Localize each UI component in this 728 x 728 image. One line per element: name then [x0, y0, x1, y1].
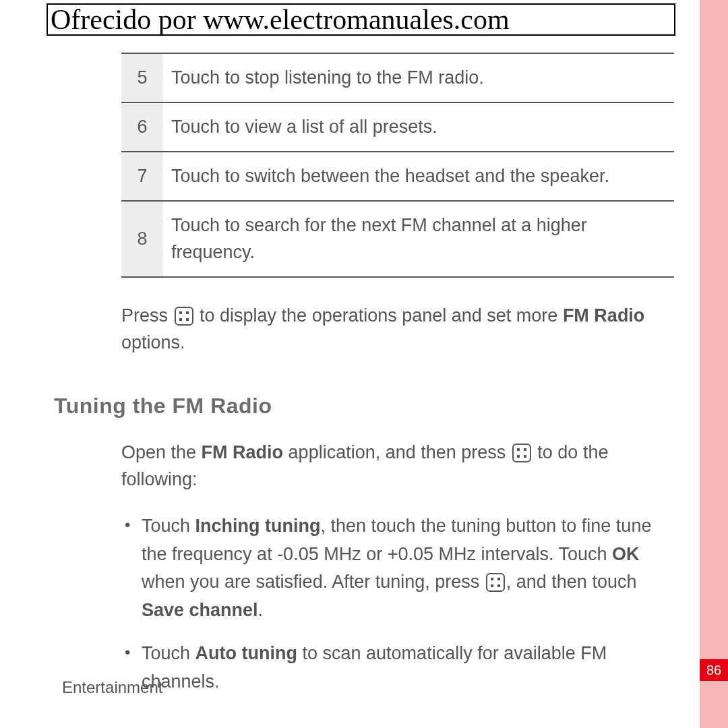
- menu-icon: [512, 444, 531, 462]
- bold-text: FM Radio: [563, 305, 645, 326]
- bold-text: FM Radio: [202, 442, 284, 462]
- table-row: 5 Touch to stop listening to the FM radi…: [121, 53, 674, 102]
- menu-icon: [175, 307, 193, 326]
- open-instruction: Open the FM Radio application, and then …: [121, 439, 674, 493]
- bold-text: Save channel: [142, 600, 258, 620]
- section-heading: Tuning the FM Radio: [54, 394, 674, 419]
- text: application, and then press: [283, 442, 511, 462]
- bold-text: Inching tuning: [195, 516, 321, 536]
- text: Touch: [142, 643, 195, 663]
- menu-icon: [486, 573, 505, 592]
- step-desc: Touch to switch between the headset and …: [163, 152, 674, 201]
- text: .: [258, 600, 264, 620]
- page-content: 5 Touch to stop listening to the FM radi…: [54, 53, 674, 696]
- text: when you are satisfied. After tuning, pr…: [142, 572, 485, 592]
- step-desc: Touch to view a list of all presets.: [163, 102, 674, 152]
- right-margin-stripe: [700, 0, 728, 728]
- list-item: Touch Auto tuning to scan automatically …: [121, 640, 674, 696]
- text: Press: [121, 305, 173, 326]
- page-number: 86: [700, 659, 728, 681]
- step-desc: Touch to stop listening to the FM radio.: [163, 53, 674, 102]
- bullet-list: Touch Inching tuning, then touch the tun…: [121, 512, 674, 696]
- bold-text: Auto tuning: [195, 643, 297, 663]
- text: options.: [121, 332, 185, 353]
- steps-table: 5 Touch to stop listening to the FM radi…: [121, 53, 674, 278]
- text: to display the operations panel and set …: [195, 305, 563, 326]
- table-row: 7 Touch to switch between the headset an…: [121, 152, 674, 201]
- table-row: 8 Touch to search for the next FM channe…: [121, 201, 674, 276]
- list-item: Touch Inching tuning, then touch the tun…: [121, 512, 674, 625]
- step-desc: Touch to search for the next FM channel …: [163, 201, 674, 276]
- text: Touch: [142, 516, 195, 536]
- text: Open the: [121, 442, 202, 462]
- step-number: 8: [121, 201, 163, 276]
- text: , and then touch: [506, 572, 637, 592]
- step-number: 7: [121, 152, 163, 201]
- footer-section-label: Entertainment: [62, 678, 162, 697]
- watermark-header: Ofrecido por www.electromanuales.com: [47, 3, 675, 36]
- step-number: 5: [121, 53, 163, 102]
- bold-text: OK: [612, 544, 640, 564]
- step-number: 6: [121, 102, 163, 152]
- table-row: 6 Touch to view a list of all presets.: [121, 102, 674, 152]
- press-instruction: Press to display the operations panel an…: [121, 302, 674, 357]
